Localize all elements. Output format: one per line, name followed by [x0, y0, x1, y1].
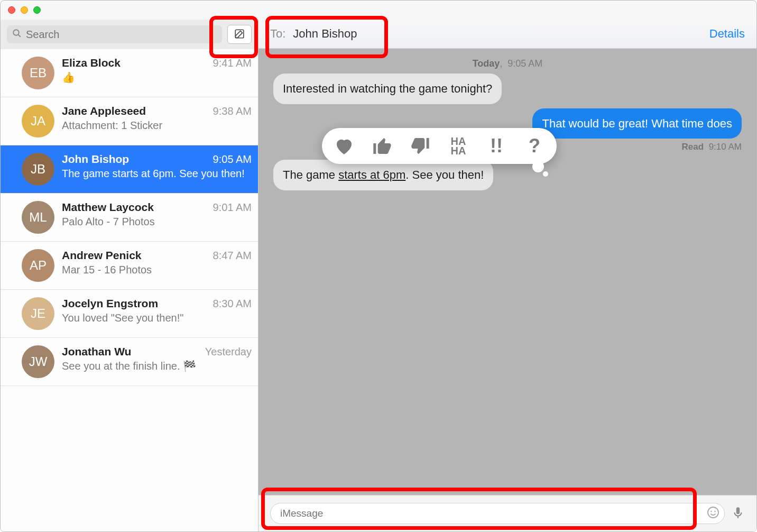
- avatar: EB: [22, 57, 54, 89]
- compose-button[interactable]: [227, 25, 252, 44]
- conversation-body: Matthew Laycock9:01 AMPalo Alto - 7 Phot…: [62, 201, 252, 229]
- conversation-preview: The game starts at 6pm. See you then!: [62, 167, 252, 181]
- message-bubble-outgoing[interactable]: That would be great! What time does: [532, 108, 742, 139]
- svg-line-1: [19, 35, 21, 37]
- search-input[interactable]: [26, 29, 217, 41]
- zoom-window-button[interactable]: [33, 6, 41, 14]
- conversation-item[interactable]: JBJohn Bishop9:05 AMThe game starts at 6…: [1, 145, 258, 194]
- svg-point-3: [708, 507, 718, 518]
- search-icon: [12, 29, 22, 40]
- conversation-preview: Mar 15 - 16 Photos: [62, 263, 252, 277]
- conversation-name: Jane Appleseed: [62, 105, 146, 117]
- conversation-name: Eliza Block: [62, 57, 121, 69]
- conversation-time: 9:38 AM: [213, 105, 252, 117]
- thread-timestamp: Today, 9:05 AM: [273, 58, 742, 69]
- svg-point-0: [13, 30, 19, 35]
- conversation-body: John Bishop9:05 AMThe game starts at 6pm…: [62, 153, 252, 181]
- details-button[interactable]: Details: [709, 27, 745, 41]
- conversation-body: Andrew Penick8:47 AMMar 15 - 16 Photos: [62, 249, 252, 277]
- conversation-preview: Palo Alto - 7 Photos: [62, 215, 252, 229]
- tapback-haha-icon[interactable]: HAHA: [446, 133, 471, 159]
- conversation-body: Eliza Block9:41 AM👍: [62, 57, 252, 85]
- avatar: JW: [22, 345, 54, 378]
- avatar: ML: [22, 201, 54, 234]
- conversation-body: Jonathan WuYesterdaySee you at the finis…: [62, 345, 252, 373]
- message-bubble-incoming[interactable]: Interested in watching the game tonight?: [273, 74, 502, 104]
- message-text: Interested in watching the game tonight?: [283, 82, 492, 95]
- conversation-time: 9:41 AM: [213, 57, 252, 69]
- conversation-item[interactable]: MLMatthew Laycock9:01 AMPalo Alto - 7 Ph…: [1, 194, 258, 242]
- tapback-picker: HAHA !! ?: [322, 128, 557, 164]
- conversation-name: Jonathan Wu: [62, 345, 131, 358]
- message-bubble-incoming[interactable]: The game starts at 6pm. See you then!: [273, 160, 493, 190]
- conversation-time: 9:01 AM: [213, 201, 252, 214]
- message-text: That would be great! What time does: [542, 117, 732, 130]
- avatar: JA: [22, 105, 54, 137]
- sidebar-toolbar: [1, 20, 258, 49]
- read-receipt: Read 9:10 AM: [682, 142, 742, 152]
- conversation-list[interactable]: EBEliza Block9:41 AM👍JAJane Appleseed9:3…: [1, 49, 258, 531]
- conversation-item[interactable]: EBEliza Block9:41 AM👍: [1, 49, 258, 97]
- avatar: JB: [22, 153, 54, 186]
- svg-point-4: [710, 511, 712, 512]
- message-text: The game starts at 6pm. See you then!: [283, 168, 484, 181]
- conversation-body: Jocelyn Engstrom8:30 AMYou loved "See yo…: [62, 297, 252, 325]
- conversation-item[interactable]: APAndrew Penick8:47 AMMar 15 - 16 Photos: [1, 242, 258, 290]
- content-split: EBEliza Block9:41 AM👍JAJane Appleseed9:3…: [1, 20, 756, 531]
- conversation-sidebar: EBEliza Block9:41 AM👍JAJane Appleseed9:3…: [1, 20, 259, 531]
- message-thread[interactable]: Today, 9:05 AM Interested in watching th…: [259, 49, 756, 495]
- conversation-item[interactable]: JWJonathan WuYesterdaySee you at the fin…: [1, 338, 258, 386]
- conversation-body: Jane Appleseed9:38 AMAttachment: 1 Stick…: [62, 105, 252, 133]
- search-field[interactable]: [7, 25, 222, 43]
- compose-icon: [234, 28, 245, 41]
- conversation-preview: You loved "See you then!": [62, 311, 252, 325]
- close-window-button[interactable]: [8, 6, 15, 14]
- conversation-preview: Attachment: 1 Sticker: [62, 118, 252, 133]
- conversation-preview: 👍: [62, 70, 252, 85]
- conversation-name: Andrew Penick: [62, 249, 142, 262]
- conversation-time: 9:05 AM: [213, 153, 252, 166]
- conversation-time: Yesterday: [205, 346, 252, 358]
- tapback-exclaim-icon[interactable]: !!: [484, 133, 509, 159]
- conversation-name: Matthew Laycock: [62, 201, 154, 214]
- conversation-preview: See you at the finish line. 🏁: [62, 359, 252, 373]
- to-label: To:: [270, 27, 285, 41]
- svg-point-5: [714, 511, 715, 512]
- minimize-window-button[interactable]: [21, 6, 28, 14]
- tapback-thumbs-up-icon[interactable]: [370, 133, 395, 159]
- tapback-heart-icon[interactable]: [331, 133, 357, 159]
- conversation-time: 8:30 AM: [213, 298, 252, 310]
- tapback-question-icon[interactable]: ?: [522, 133, 547, 159]
- recipient-name[interactable]: John Bishop: [293, 27, 357, 41]
- conversation-name: John Bishop: [62, 153, 129, 166]
- tapback-thumbs-down-icon[interactable]: [408, 133, 433, 159]
- conversation-item[interactable]: JAJane Appleseed9:38 AMAttachment: 1 Sti…: [1, 97, 258, 145]
- microphone-icon[interactable]: [731, 506, 745, 521]
- conversation-header: To: John Bishop Details: [259, 20, 756, 49]
- messages-window: EBEliza Block9:41 AM👍JAJane Appleseed9:3…: [0, 0, 757, 532]
- message-input[interactable]: [270, 503, 725, 524]
- conversation-pane: To: John Bishop Details Today, 9:05 AM I…: [259, 20, 756, 531]
- avatar: JE: [22, 297, 54, 330]
- emoji-picker-icon[interactable]: [707, 506, 719, 521]
- window-titlebar: [1, 1, 756, 20]
- conversation-time: 8:47 AM: [213, 250, 252, 262]
- avatar: AP: [22, 249, 54, 282]
- conversation-name: Jocelyn Engstrom: [62, 297, 158, 310]
- svg-rect-2: [235, 30, 244, 38]
- compose-bar: [259, 495, 756, 531]
- conversation-item[interactable]: JEJocelyn Engstrom8:30 AMYou loved "See …: [1, 290, 258, 338]
